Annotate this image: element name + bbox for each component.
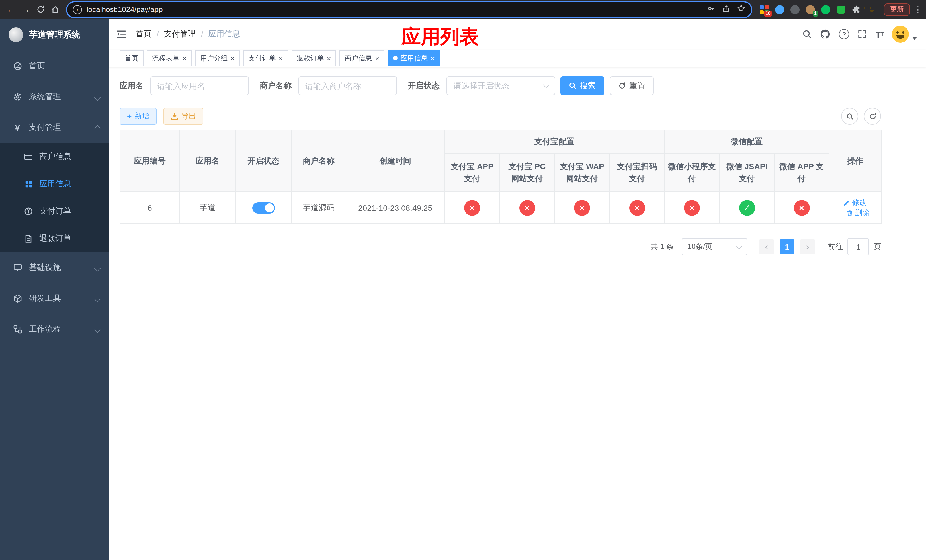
- search-button[interactable]: 搜索: [560, 76, 604, 95]
- home-icon[interactable]: [48, 2, 63, 17]
- status-icon-wechat-jsapi: ✓: [739, 200, 755, 216]
- grid-icon: [24, 179, 33, 189]
- sidebar-item-pay-order[interactable]: 支付订单: [0, 198, 109, 225]
- tab-close-icon[interactable]: ×: [327, 54, 331, 62]
- tab-home[interactable]: 首页: [120, 50, 144, 66]
- breadcrumb-section[interactable]: 支付管理: [164, 29, 196, 39]
- address-bar[interactable]: i localhost:1024/pay/app: [67, 2, 751, 17]
- sidebar-item-system[interactable]: 系统管理: [0, 82, 109, 112]
- sidebar-item-workflow[interactable]: 工作流程: [0, 314, 109, 345]
- extension-grid-icon[interactable]: 10: [759, 4, 769, 15]
- user-avatar[interactable]: [892, 26, 909, 43]
- status-icon-alipay-pc: ×: [519, 200, 535, 216]
- sidebar-item-dev-tools[interactable]: 研发工具: [0, 283, 109, 314]
- export-button[interactable]: 导出: [163, 107, 203, 125]
- extension-profile-icon[interactable]: 1: [805, 4, 816, 15]
- filter-form: 应用名 商户名称 开启状态 请选择开启状态: [120, 76, 881, 95]
- status-icon-alipay-app: ×: [464, 200, 480, 216]
- font-size-icon[interactable]: TT: [876, 30, 884, 38]
- reset-button[interactable]: 重置: [610, 76, 654, 95]
- site-info-icon[interactable]: i: [73, 5, 82, 14]
- sidebar-item-home[interactable]: 首页: [0, 51, 109, 82]
- tab-close-icon[interactable]: ×: [230, 54, 235, 62]
- col-merchant: 商户名称: [291, 130, 346, 192]
- password-key-icon[interactable]: [707, 4, 715, 15]
- sidebar-item-payment[interactable]: ¥ 支付管理: [0, 112, 109, 143]
- extension-emoji-icon[interactable]: [867, 4, 877, 15]
- sidebar-item-app-info[interactable]: 应用信息: [0, 170, 109, 198]
- avatar-dropdown-icon[interactable]: [912, 37, 917, 39]
- breadcrumb-home[interactable]: 首页: [136, 29, 151, 39]
- status-select[interactable]: 请选择开启状态: [446, 76, 555, 95]
- page-title: 应用列表: [401, 24, 479, 50]
- gear-icon: [12, 92, 22, 102]
- tab-close-icon[interactable]: ×: [278, 54, 283, 62]
- merchant-name-input[interactable]: [298, 76, 397, 95]
- browser-update-button[interactable]: 更新: [884, 3, 910, 16]
- active-dot: [393, 56, 398, 61]
- tab-user-group[interactable]: 用户分组×: [195, 50, 240, 66]
- chevron-down-icon: [94, 327, 101, 333]
- yen-icon: ¥: [12, 123, 22, 132]
- page-size-select[interactable]: 10条/页: [682, 238, 747, 255]
- tab-close-icon[interactable]: ×: [431, 54, 435, 62]
- tab-pay-order[interactable]: 支付订单×: [243, 50, 288, 66]
- bookmark-star-icon[interactable]: [737, 4, 746, 15]
- extension-green-square-icon[interactable]: [836, 4, 846, 15]
- sidebar-item-merchant-info[interactable]: 商户信息: [0, 143, 109, 170]
- tab-merchant-info[interactable]: 商户信息×: [340, 50, 384, 66]
- back-icon[interactable]: ←: [3, 2, 18, 17]
- github-icon[interactable]: [820, 29, 831, 39]
- page-number-current[interactable]: 1: [780, 239, 794, 254]
- sidebar: 芋道管理系统 首页 系统管理 ¥ 支付管理 商户信息: [0, 19, 109, 560]
- goto-label: 前往: [828, 242, 843, 252]
- col-wechat-mini: 微信小程序支付: [664, 153, 720, 192]
- extension-wechat-icon[interactable]: [821, 4, 831, 15]
- reload-icon[interactable]: [33, 2, 48, 17]
- monitor-icon: [12, 263, 22, 272]
- forward-icon[interactable]: →: [18, 2, 33, 17]
- extension-drop-icon[interactable]: [775, 4, 785, 15]
- trash-icon: [846, 209, 853, 216]
- col-alipay-qr: 支付宝扫码支付: [610, 153, 664, 192]
- extension-dark-icon[interactable]: [790, 4, 800, 15]
- edit-link[interactable]: 修改: [843, 197, 867, 207]
- chevron-down-icon: [94, 296, 101, 303]
- tab-process-form[interactable]: 流程表单×: [147, 50, 192, 66]
- toggle-search-button[interactable]: [841, 107, 858, 125]
- share-icon[interactable]: [722, 4, 730, 15]
- sidebar-item-refund-order[interactable]: 退款订单: [0, 225, 109, 252]
- tab-app-info[interactable]: 应用信息×: [388, 50, 440, 66]
- goto-page-input[interactable]: [847, 238, 869, 255]
- document-icon: [24, 234, 33, 243]
- main-area: 首页 / 支付管理 / 应用信息 应用列表 ? TT: [109, 19, 926, 560]
- collapse-sidebar-icon[interactable]: [116, 30, 126, 39]
- search-icon[interactable]: [803, 30, 812, 39]
- sidebar-item-infrastructure[interactable]: 基础设施: [0, 252, 109, 283]
- tab-close-icon[interactable]: ×: [375, 54, 379, 62]
- status-toggle[interactable]: [252, 202, 275, 213]
- extensions-puzzle-icon[interactable]: [851, 4, 862, 15]
- help-icon[interactable]: ?: [839, 29, 849, 39]
- group-wechat-config: 微信配置: [664, 130, 829, 153]
- url-text: localhost:1024/pay/app: [86, 5, 707, 14]
- next-page-button[interactable]: ›: [800, 239, 815, 254]
- refresh-table-button[interactable]: [864, 107, 881, 125]
- col-actions: 操作: [829, 130, 881, 192]
- top-navbar: 首页 / 支付管理 / 应用信息 应用列表 ? TT: [109, 19, 926, 50]
- fullscreen-icon[interactable]: [858, 30, 867, 39]
- prev-page-button[interactable]: ‹: [759, 239, 774, 254]
- browser-menu-icon[interactable]: ⋮: [914, 4, 923, 15]
- tab-close-icon[interactable]: ×: [182, 54, 186, 62]
- chevron-down-icon: [543, 82, 549, 88]
- delete-link[interactable]: 删除: [846, 207, 870, 218]
- status-icon-alipay-qr: ×: [629, 200, 645, 216]
- status-label: 开启状态: [408, 80, 440, 91]
- tab-refund-order[interactable]: 退款订单×: [292, 50, 336, 66]
- cell-app-id: 6: [120, 192, 180, 224]
- app-name-input[interactable]: [150, 76, 249, 95]
- col-wechat-app: 微信 APP 支付: [774, 153, 829, 192]
- pagination: 共 1 条 10条/页 ‹ 1 › 前往 页: [120, 238, 881, 255]
- add-button[interactable]: + 新增: [120, 107, 157, 125]
- table-row: 6 芋道 芋道源码 2021-10-23 08:49:25 × × × × × …: [120, 192, 881, 224]
